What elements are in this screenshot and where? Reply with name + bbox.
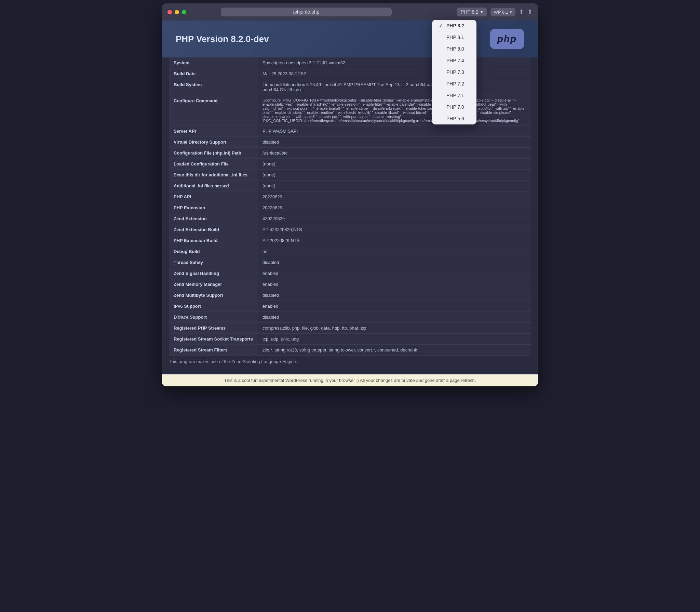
dropdown-label: PHP 5.6 (446, 116, 464, 121)
table-cell-value: API20220829,NTS (258, 235, 531, 246)
table-row: Additional .ini files parsed(none) (169, 181, 531, 191)
table-cell-key: Registered Stream Socket Transports (169, 334, 258, 345)
dropdown-item-php80[interactable]: PHP 8.0 (432, 43, 476, 55)
table-cell-key: PHP Extension (169, 202, 258, 213)
table-row: PHP Extension BuildAPI20220829,NTS (169, 235, 531, 246)
table-cell-key: Registered Stream Filters (169, 345, 258, 356)
dropdown-label: PHP 7.0 (446, 104, 464, 110)
address-bar[interactable]: /phpinfo.php (221, 8, 392, 16)
table-cell-value: PHP WASM SAPI (258, 126, 531, 137)
chevron-down-icon: ▾ (481, 9, 483, 15)
toolbar-right: PHP 8.2 ▾ WP 6.1 ▾ ⬆ ⬇ (457, 8, 533, 16)
table-cell-key: Debug Build (169, 246, 258, 257)
table-cell-key: Additional .ini files parsed (169, 181, 258, 191)
php-header: PHP Version 8.2.0-dev php (162, 21, 538, 57)
table-cell-value: no (258, 246, 531, 257)
dropdown-item-php70[interactable]: PHP 7.0 (432, 101, 476, 113)
table-cell-key: Server API (169, 126, 258, 137)
check-icon: ✓ (439, 23, 444, 28)
table-row: Loaded Configuration File(none) (169, 159, 531, 170)
main-window: /phpinfo.php PHP 8.2 ▾ WP 6.1 ▾ ⬆ ⬇ ✓ PH… (162, 3, 538, 386)
table-row: Registered PHP Streamscompress.zlib, php… (169, 323, 531, 334)
minimize-button[interactable] (175, 10, 179, 14)
table-cell-key: Build Date (169, 68, 258, 79)
table-row: Virtual Directory Supportdisabled (169, 137, 531, 148)
dropdown-item-php72[interactable]: PHP 7.2 (432, 78, 476, 90)
table-row: SystemEmscripten emscripten 3.1.21 #1 wa… (169, 57, 531, 68)
dropdown-label: PHP 7.4 (446, 58, 464, 63)
table-cell-value: enabled (258, 268, 531, 279)
table-cell-key: Registered PHP Streams (169, 323, 258, 334)
table-row: Registered Stream Filterszlib.*, string.… (169, 345, 531, 356)
table-row: Configuration File (php.ini) Path/usr/lo… (169, 148, 531, 159)
share-button[interactable]: ⬆ (519, 8, 524, 16)
wp-version-dropdown[interactable]: WP 6.1 ▾ (490, 8, 515, 16)
wp-version-label: WP 6.1 (494, 10, 508, 15)
table-wrapper: SystemEmscripten emscripten 3.1.21 #1 wa… (162, 57, 538, 374)
dropdown-label: PHP 8.0 (446, 46, 464, 52)
dropdown-item-php74[interactable]: PHP 7.4 (432, 55, 476, 66)
table-row: Zend Signal Handlingenabled (169, 268, 531, 279)
table-cell-key: Configure Command (169, 95, 258, 126)
table-cell-key: Loaded Configuration File (169, 159, 258, 170)
php-logo: php (490, 29, 524, 49)
table-row: PHP Extension20220829 (169, 202, 531, 213)
table-cell-key: System (169, 57, 258, 68)
table-row: PHP API20220829 (169, 191, 531, 202)
maximize-button[interactable] (182, 10, 186, 14)
php-version-dropdown[interactable]: PHP 8.2 ▾ (457, 8, 487, 16)
download-button[interactable]: ⬇ (527, 8, 533, 16)
table-row: Debug Buildno (169, 246, 531, 257)
table-cell-value: Mar 25 2023 08:12:52 (258, 68, 531, 79)
dropdown-item-php82[interactable]: ✓ PHP 8.2 (432, 20, 476, 31)
footer-text: This is a cool fun experimental WordPres… (224, 378, 476, 383)
table-cell-key: Zend Multibyte Support (169, 290, 258, 301)
dropdown-item-php56[interactable]: PHP 5.6 (432, 113, 476, 124)
table-row: Thread Safetydisabled (169, 257, 531, 268)
close-button[interactable] (167, 10, 172, 14)
table-cell-value: 420220829 (258, 213, 531, 224)
zend-footer: This program makes use of the Zend Scrip… (169, 356, 531, 368)
table-cell-value: compress.zlib, php, file, glob, data, ht… (258, 323, 531, 334)
table-cell-value: (none) (258, 159, 531, 170)
traffic-lights (167, 10, 186, 14)
table-cell-key: Thread Safety (169, 257, 258, 268)
table-cell-key: Build System (169, 79, 258, 95)
dropdown-label: PHP 8.1 (446, 35, 464, 40)
table-row: DTrace Supportdisabled (169, 312, 531, 323)
table-row: Zend Memory Managerenabled (169, 279, 531, 290)
table-row: Configure Command'./configure' 'PKG_CONF… (169, 95, 531, 126)
dropdown-label: PHP 8.2 (446, 23, 464, 28)
table-cell-value: disabled (258, 137, 531, 148)
table-cell-key: PHP Extension Build (169, 235, 258, 246)
titlebar: /phpinfo.php PHP 8.2 ▾ WP 6.1 ▾ ⬆ ⬇ (162, 3, 538, 21)
table-cell-value: Linux buildkitsandbox 5.15.49-linuxkit #… (258, 79, 531, 95)
dropdown-label: PHP 7.1 (446, 93, 464, 98)
table-cell-key: Zend Extension (169, 213, 258, 224)
dropdown-item-php73[interactable]: PHP 7.3 (432, 66, 476, 78)
dropdown-item-php71[interactable]: PHP 7.1 (432, 90, 476, 101)
table-cell-value: (none) (258, 181, 531, 191)
table-row: Server APIPHP WASM SAPI (169, 126, 531, 137)
table-row: Scan this dir for additional .ini files(… (169, 170, 531, 181)
table-cell-value: './configure' 'PKG_CONFIG_PATH=/root/lib… (258, 95, 531, 126)
table-row: IPv6 Supportenabled (169, 301, 531, 312)
table-cell-key: IPv6 Support (169, 301, 258, 312)
table-cell-value: disabled (258, 290, 531, 301)
php-version-menu: ✓ PHP 8.2 PHP 8.1 PHP 8.0 PHP 7.4 PHP 7.… (432, 20, 476, 124)
dropdown-item-php81[interactable]: PHP 8.1 (432, 31, 476, 43)
table-row: Zend Extension420220829 (169, 213, 531, 224)
php-version-title: PHP Version 8.2.0-dev (176, 34, 269, 44)
php-version-label: PHP 8.2 (461, 9, 479, 15)
table-cell-key: PHP API (169, 191, 258, 202)
table-cell-value: 20220829 (258, 202, 531, 213)
table-row: Zend Multibyte Supportdisabled (169, 290, 531, 301)
dropdown-label: PHP 7.2 (446, 81, 464, 87)
table-cell-value: enabled (258, 279, 531, 290)
table-cell-key: DTrace Support (169, 312, 258, 323)
table-cell-key: Virtual Directory Support (169, 137, 258, 148)
table-cell-key: Zend Memory Manager (169, 279, 258, 290)
table-cell-value: API420220829,NTS (258, 224, 531, 235)
dropdown-label: PHP 7.3 (446, 69, 464, 75)
table-cell-key: Scan this dir for additional .ini files (169, 170, 258, 181)
